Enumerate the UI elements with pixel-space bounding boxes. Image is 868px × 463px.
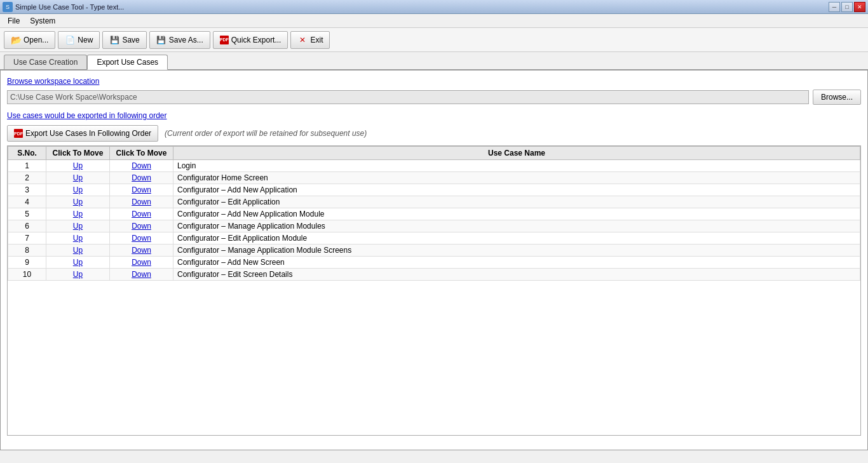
tab-export-use-cases[interactable]: Export Use Cases [87, 55, 168, 70]
open-button-label: Open... [24, 36, 48, 44]
move-up-link[interactable]: Up [73, 161, 83, 170]
title-controls: ─ □ ✕ [829, 2, 865, 12]
maximize-button[interactable]: □ [841, 2, 853, 12]
browse-workspace-link[interactable]: Browse workspace location [7, 77, 99, 86]
open-button[interactable]: 📂 Open... [4, 31, 55, 49]
cell-move-up[interactable]: Up [46, 196, 110, 208]
move-down-link[interactable]: Down [132, 234, 151, 243]
move-up-link[interactable]: Up [73, 258, 83, 267]
table-row: 2UpDownConfigurator Home Screen [8, 172, 860, 184]
cell-sno: 3 [8, 184, 46, 196]
new-button[interactable]: 📄 New [58, 31, 100, 49]
menu-bar: File System [0, 14, 868, 28]
main-content: Browse workspace location Browse... Use … [0, 70, 868, 450]
cell-move-up[interactable]: Up [46, 184, 110, 196]
move-down-link[interactable]: Down [132, 258, 151, 267]
cell-move-down[interactable]: Down [110, 269, 173, 281]
move-up-link[interactable]: Up [73, 210, 83, 218]
cell-use-case-name: Configurator – Edit Screen Details [173, 269, 860, 281]
move-down-link[interactable]: Down [132, 246, 151, 255]
col-sno: S.No. [8, 147, 46, 160]
table-row: 9UpDownConfigurator – Add New Screen [8, 257, 860, 269]
cell-use-case-name: Login [173, 160, 860, 172]
move-up-link[interactable]: Up [73, 173, 83, 182]
cell-move-up[interactable]: Up [46, 269, 110, 281]
move-down-link[interactable]: Down [132, 173, 151, 182]
cell-move-down[interactable]: Down [110, 184, 173, 196]
use-case-table-body: 1UpDownLogin2UpDownConfigurator Home Scr… [8, 160, 860, 281]
cell-move-up[interactable]: Up [46, 160, 110, 172]
cell-move-up[interactable]: Up [46, 208, 110, 220]
move-down-link[interactable]: Down [132, 270, 151, 279]
move-down-link[interactable]: Down [132, 198, 151, 206]
cell-move-down[interactable]: Down [110, 172, 173, 184]
cell-move-up[interactable]: Up [46, 257, 110, 269]
tab-use-case-creation[interactable]: Use Case Creation [4, 55, 87, 69]
quick-export-button[interactable]: PDF Quick Export... [213, 31, 288, 49]
cell-use-case-name: Configurator – Edit Application Module [173, 232, 860, 245]
export-order-note[interactable]: Use cases would be exported in following… [7, 111, 166, 120]
cell-use-case-name: Configurator – Add New Screen [173, 257, 860, 269]
table-row: 7UpDownConfigurator – Edit Application M… [8, 232, 860, 245]
file-menu[interactable]: File [3, 15, 25, 27]
cell-sno: 2 [8, 172, 46, 184]
export-use-cases-button[interactable]: PDF Export Use Cases In Following Order [7, 125, 158, 142]
cell-move-down[interactable]: Down [110, 208, 173, 220]
move-up-link[interactable]: Up [73, 234, 83, 243]
move-up-link[interactable]: Up [73, 185, 83, 194]
table-header-row: S.No. Click To Move Click To Move Use Ca… [8, 147, 860, 160]
title-text: Simple Use Case Tool - Type text... [15, 3, 124, 11]
cell-move-up[interactable]: Up [46, 245, 110, 257]
move-down-link[interactable]: Down [132, 185, 151, 194]
move-down-link[interactable]: Down [132, 210, 151, 218]
export-pdf-icon: PDF [14, 129, 23, 138]
cell-sno: 7 [8, 232, 46, 245]
move-down-link[interactable]: Down [132, 222, 151, 231]
table-row: 10UpDownConfigurator – Edit Screen Detai… [8, 269, 860, 281]
browse-button[interactable]: Browse... [813, 90, 861, 105]
close-button[interactable]: ✕ [854, 2, 865, 12]
table-row: 6UpDownConfigurator – Manage Application… [8, 220, 860, 232]
save-as-button[interactable]: 💾 Save As... [149, 31, 210, 49]
cell-sno: 10 [8, 269, 46, 281]
save-as-icon: 💾 [156, 35, 166, 45]
export-button-label: Export Use Cases In Following Order [25, 129, 151, 138]
new-icon: 📄 [65, 35, 75, 45]
move-up-link[interactable]: Up [73, 198, 83, 206]
workspace-input-row: Browse... [7, 90, 861, 105]
table-row: 3UpDownConfigurator – Add New Applicatio… [8, 184, 860, 196]
cell-sno: 1 [8, 160, 46, 172]
cell-sno: 5 [8, 208, 46, 220]
move-up-link[interactable]: Up [73, 222, 83, 231]
cell-use-case-name: Configurator Home Screen [173, 172, 860, 184]
save-as-button-label: Save As... [169, 36, 203, 44]
cell-move-down[interactable]: Down [110, 232, 173, 245]
save-button[interactable]: 💾 Save [102, 31, 146, 49]
workspace-path-input[interactable] [7, 90, 809, 104]
minimize-button[interactable]: ─ [829, 2, 840, 12]
cell-move-down[interactable]: Down [110, 220, 173, 232]
cell-move-up[interactable]: Up [46, 172, 110, 184]
cell-move-up[interactable]: Up [46, 220, 110, 232]
cell-sno: 4 [8, 196, 46, 208]
cell-move-down[interactable]: Down [110, 257, 173, 269]
cell-move-up[interactable]: Up [46, 232, 110, 245]
cell-move-down[interactable]: Down [110, 196, 173, 208]
cell-move-down[interactable]: Down [110, 160, 173, 172]
cell-sno: 6 [8, 220, 46, 232]
exit-icon: ✕ [297, 35, 308, 45]
quick-export-icon: PDF [220, 36, 229, 44]
move-up-link[interactable]: Up [73, 246, 83, 255]
move-up-link[interactable]: Up [73, 270, 83, 279]
title-bar-left: S Simple Use Case Tool - Type text... [3, 2, 124, 12]
system-menu[interactable]: System [25, 15, 60, 27]
table-row: 5UpDownConfigurator – Add New Applicatio… [8, 208, 860, 220]
cell-sno: 8 [8, 245, 46, 257]
move-down-link[interactable]: Down [132, 161, 151, 170]
use-case-table-wrapper[interactable]: S.No. Click To Move Click To Move Use Ca… [7, 145, 861, 436]
title-bar: S Simple Use Case Tool - Type text... ─ … [0, 0, 868, 14]
open-icon: 📂 [11, 35, 21, 45]
cell-move-down[interactable]: Down [110, 245, 173, 257]
exit-button[interactable]: ✕ Exit [290, 31, 330, 49]
col-move-up: Click To Move [46, 147, 110, 160]
